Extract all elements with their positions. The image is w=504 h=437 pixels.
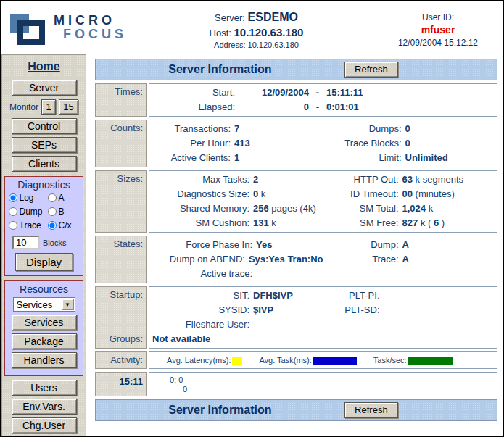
monitor-row: Monitor 1 15 (2, 99, 86, 115)
host-label: Host: (210, 28, 231, 38)
resources-panel: Resources Services ▼ Services Package Ha… (4, 280, 83, 376)
display-button[interactable]: Display (15, 253, 73, 271)
dropdown-arrow-icon[interactable]: ▼ (62, 299, 74, 310)
user-id-label: User ID: (373, 12, 503, 22)
radio-dump[interactable]: Dump (9, 207, 48, 217)
logo-text-micro: MICRO (54, 14, 127, 28)
logo-text-focus: FOCUS (63, 28, 127, 41)
field-row: Diagnostics Size:0 k (149, 187, 323, 201)
micro-focus-logo-icon (10, 13, 51, 46)
groups-label: Groups: (96, 333, 143, 344)
activity-time-section: 15:11 0; 0 0 (95, 372, 497, 396)
activity-values: 0; 0 0 (149, 374, 497, 394)
groups-value: Not available (149, 332, 497, 346)
clients-button[interactable]: Clients (12, 156, 77, 172)
field-row: Force Phase In:Yes (149, 238, 323, 252)
user-id-value: mfuser (373, 24, 503, 36)
control-button[interactable]: Control (12, 118, 77, 134)
start-time-row: Start: 12/09/2004 - 15:11:11 (149, 86, 497, 100)
activity-time: 15:11 (95, 372, 147, 396)
server-button[interactable]: Server (12, 80, 77, 96)
services-button[interactable]: Services (12, 315, 77, 330)
legend-task-sec: Task/sec: (373, 356, 453, 365)
top-title-bar: Server Information Refresh (95, 59, 497, 80)
startup-section: Startup: Groups: SIT:DFH$IVP SYSID:$IVP … (95, 286, 497, 349)
blocks-input[interactable] (12, 236, 40, 249)
field-row: PLT-SD: (323, 303, 497, 317)
states-label: States: (95, 236, 147, 283)
users-button[interactable]: Users (12, 380, 77, 396)
field-row: Dumps:0 (323, 122, 497, 136)
diagnostics-radio-group: Log A Dump B Trace C/x (5, 193, 83, 230)
user-info: User ID: mfuser 12/09/2004 15:12:12 (373, 1, 503, 54)
sidebar: Home Server Monitor 1 15 Control SEPs Cl… (1, 54, 86, 436)
address-label: Address: (214, 41, 245, 49)
activity-label: Activity: (95, 351, 147, 369)
server-identity: Server: ESDEMO Host: 10.120.63.180 Addre… (139, 1, 373, 54)
field-row: ID Timeout:00 (minutes) (323, 187, 497, 201)
seps-button[interactable]: SEPs (12, 137, 77, 153)
avg-task-swatch (313, 357, 357, 365)
bottom-page-title: Server Information (96, 404, 344, 417)
bottom-title-bar: Server Information Refresh (95, 399, 497, 421)
times-section: Times: Start: 12/09/2004 - 15:11:11 Elap… (95, 83, 497, 117)
latency-swatch (232, 357, 242, 365)
monitor-label: Monitor (9, 102, 38, 112)
field-row: Shared Memory:256 pages (4k) (149, 201, 323, 216)
handlers-button[interactable]: Handlers (12, 352, 77, 368)
refresh-button-top[interactable]: Refresh (344, 62, 398, 78)
address-value: 10.120.63.180 (248, 41, 299, 49)
resources-select[interactable]: Services ▼ (13, 297, 75, 312)
envvars-button[interactable]: Env.Vars. (12, 399, 77, 415)
field-row: SM Free:827 k ( 6 ) (323, 216, 497, 230)
datetime: 12/09/2004 15:12:12 (373, 38, 503, 48)
times-label: Times: (95, 83, 147, 117)
counts-label: Counts: (95, 120, 147, 167)
header: MICRO FOCUS Server: ESDEMO Host: 10.120.… (1, 1, 503, 54)
radio-trace[interactable]: Trace (9, 220, 48, 230)
field-row: SIT:DFH$IVP (149, 288, 323, 303)
states-section: States: Force Phase In:Yes Dump on ABEND… (95, 236, 497, 283)
server-label: Server: (215, 12, 245, 23)
micro-focus-logo: MICRO FOCUS (1, 1, 139, 54)
startup-label: Startup: (96, 289, 143, 300)
chguser-button[interactable]: Chg.User (12, 417, 77, 433)
elapsed-time-row: Elapsed: 0 - 0:01:01 (149, 100, 497, 115)
field-row: Dump:A (323, 238, 497, 252)
sizes-label: Sizes: (95, 170, 147, 233)
esmac-server-page: MICRO FOCUS Server: ESDEMO Host: 10.120.… (0, 0, 504, 437)
resources-title: Resources (5, 283, 83, 295)
field-row: Dump on ABEND:Sys:Yes Tran:No (149, 252, 323, 267)
field-row: SYSID:$IVP (149, 303, 323, 317)
field-row: SM Total:1,024 k (323, 201, 497, 216)
main-panel: Server Information Refresh Times: Start:… (86, 54, 503, 436)
page-title: Server Information (96, 63, 344, 76)
radio-b[interactable]: B (48, 207, 80, 217)
field-row: Active trace: (149, 267, 323, 281)
monitor-1-button[interactable]: 1 (41, 99, 56, 115)
diagnostics-panel: Diagnostics Log A Dump B Trace C/x Block… (4, 176, 83, 276)
legend-latency: Avg. Latency(ms): (167, 356, 242, 365)
field-row: Per Hour:413 (149, 136, 323, 151)
field-row: Fileshare User: (149, 317, 323, 332)
field-row: Trace:A (323, 252, 497, 267)
field-row: SM Cushion:131 k (149, 216, 323, 230)
activity-legend: Avg. Latency(ms): Avg. Task(ms): Task/se… (149, 354, 497, 367)
monitor-15-button[interactable]: 15 (59, 99, 78, 115)
home-link[interactable]: Home (28, 60, 59, 73)
legend-avg-task: Avg. Task(ms): (259, 356, 356, 365)
diagnostics-title: Diagnostics (5, 179, 83, 191)
radio-cx[interactable]: C/x (48, 220, 80, 230)
refresh-button-bottom[interactable]: Refresh (344, 402, 398, 418)
task-sec-swatch (408, 357, 453, 365)
field-row: HTTP Out:63 k segments (323, 172, 497, 187)
radio-a[interactable]: A (48, 193, 80, 203)
field-row: Active Clients:1 (149, 151, 323, 165)
server-name: ESDEMO (248, 11, 298, 23)
counts-section: Counts: Transactions:7 Per Hour:413 Acti… (95, 120, 497, 167)
field-row: Max Tasks:2 (149, 172, 323, 187)
radio-log[interactable]: Log (9, 193, 48, 203)
sizes-section: Sizes: Max Tasks:2 Diagnostics Size:0 k … (95, 170, 497, 233)
package-button[interactable]: Package (12, 333, 77, 349)
resources-select-value: Services (14, 299, 62, 310)
